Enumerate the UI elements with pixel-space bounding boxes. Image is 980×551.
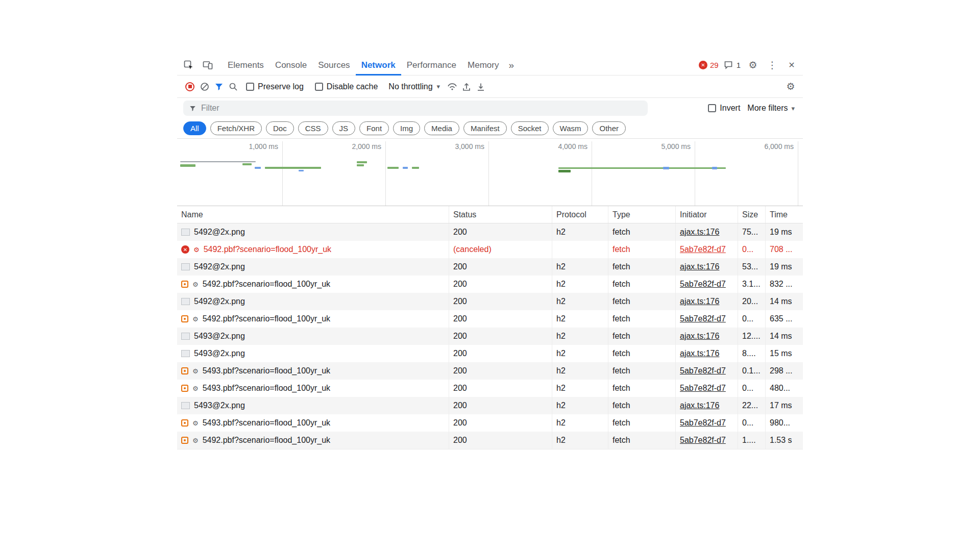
filter-chip-doc[interactable]: Doc [266, 121, 294, 135]
waterfall-bar [255, 167, 261, 169]
table-row[interactable]: 5492@2x.png200h2fetchajax.ts:17675...19 … [177, 223, 803, 241]
network-conditions-icon[interactable] [445, 80, 459, 94]
filter-chip-js[interactable]: JS [332, 121, 356, 135]
col-header-type[interactable]: Type [608, 206, 676, 223]
name-cell: 5493@2x.png [177, 345, 449, 362]
request-name: 5493.pbf?scenario=flood_100yr_uk [203, 366, 330, 375]
kebab-menu-icon[interactable]: ⋮ [765, 58, 779, 72]
throttling-select[interactable]: No throttling ▾ [388, 82, 440, 91]
table-row[interactable]: 5492@2x.png200h2fetchajax.ts:17653...19 … [177, 258, 803, 276]
filter-input[interactable] [201, 104, 642, 113]
filter-chip-wasm[interactable]: Wasm [553, 121, 589, 135]
initiator-link[interactable]: ajax.ts:176 [680, 349, 719, 358]
issues-badge[interactable]: 1 [724, 58, 741, 72]
more-filters-button[interactable]: More filters ▾ [747, 104, 795, 113]
tab-sources[interactable]: Sources [312, 55, 355, 76]
initiator-cell: ajax.ts:176 [676, 293, 738, 310]
filter-chip-all[interactable]: All [183, 121, 206, 135]
filter-chip-manifest[interactable]: Manifest [463, 121, 507, 135]
tab-performance[interactable]: Performance [401, 55, 462, 76]
invert-checkbox[interactable] [708, 104, 716, 112]
col-header-time[interactable]: Time [766, 206, 803, 223]
issues-count: 1 [737, 61, 741, 69]
initiator-link[interactable]: ajax.ts:176 [680, 262, 719, 271]
image-file-icon [181, 298, 190, 305]
table-row[interactable]: 5493@2x.png200h2fetchajax.ts:17612....14… [177, 328, 803, 345]
request-name: 5493.pbf?scenario=flood_100yr_uk [203, 418, 330, 428]
import-har-icon[interactable] [459, 80, 474, 94]
filter-chip-socket[interactable]: Socket [511, 121, 549, 135]
table-row[interactable]: ⚙5492.pbf?scenario=flood_100yr_uk200h2fe… [177, 432, 803, 449]
initiator-cell: 5ab7e82f-d7 [676, 414, 738, 432]
col-header-status[interactable]: Status [449, 206, 552, 223]
settings-gear-icon[interactable]: ⚙ [746, 58, 760, 72]
record-network-log-button[interactable] [185, 82, 194, 91]
search-icon[interactable] [226, 80, 240, 94]
waterfall-bar [387, 167, 399, 169]
initiator-link[interactable]: 5ab7e82f-d7 [680, 418, 726, 428]
protocol-cell: h2 [552, 414, 608, 432]
tab-memory[interactable]: Memory [462, 55, 504, 76]
initiator-cell: ajax.ts:176 [676, 258, 738, 276]
name-cell: 5492@2x.png [177, 258, 449, 276]
table-row[interactable]: 5492@2x.png200h2fetchajax.ts:17620...14 … [177, 293, 803, 310]
inspect-element-icon[interactable] [181, 58, 195, 72]
initiator-link[interactable]: 5ab7e82f-d7 [680, 314, 726, 323]
col-header-name[interactable]: Name [177, 206, 449, 223]
name-cell: 5493@2x.png [177, 328, 449, 345]
network-settings-gear-icon[interactable]: ⚙ [783, 80, 798, 94]
initiator-cell: ajax.ts:176 [676, 328, 738, 345]
disable-cache-label: Disable cache [327, 82, 378, 91]
request-name: 5492@2x.png [194, 228, 245, 237]
filter-funnel-icon[interactable] [212, 80, 226, 94]
filter-chip-img[interactable]: Img [393, 121, 420, 135]
filter-chip-media[interactable]: Media [424, 121, 459, 135]
initiator-link[interactable]: ajax.ts:176 [680, 401, 719, 410]
tab-network[interactable]: Network [356, 55, 401, 76]
type-cell: fetch [608, 258, 676, 276]
device-toolbar-icon[interactable] [201, 58, 215, 72]
col-header-size[interactable]: Size [738, 206, 766, 223]
table-row[interactable]: ✕⚙5492.pbf?scenario=flood_100yr_uk(cance… [177, 241, 803, 258]
waterfall-bar [265, 167, 321, 169]
table-row[interactable]: 5493@2x.png200h2fetchajax.ts:17622...17 … [177, 397, 803, 414]
table-row[interactable]: ⚙5493.pbf?scenario=flood_100yr_uk200h2fe… [177, 380, 803, 397]
initiator-link[interactable]: 5ab7e82f-d7 [680, 245, 726, 254]
initiator-link[interactable]: 5ab7e82f-d7 [680, 384, 726, 393]
table-row[interactable]: ⚙5492.pbf?scenario=flood_100yr_uk200h2fe… [177, 276, 803, 293]
filter-chip-css[interactable]: CSS [298, 121, 328, 135]
initiator-link[interactable]: 5ab7e82f-d7 [680, 436, 726, 445]
export-har-icon[interactable] [474, 80, 488, 94]
col-header-protocol[interactable]: Protocol [552, 206, 608, 223]
preserve-log-checkbox[interactable] [246, 83, 254, 91]
waterfall-bar [712, 167, 717, 169]
table-row[interactable]: ⚙5493.pbf?scenario=flood_100yr_uk200h2fe… [177, 362, 803, 380]
type-cell: fetch [608, 310, 676, 328]
col-header-initiator[interactable]: Initiator [676, 206, 738, 223]
table-row[interactable]: ⚙5492.pbf?scenario=flood_100yr_uk200h2fe… [177, 310, 803, 328]
waterfall-bar [242, 163, 252, 165]
initiator-link[interactable]: ajax.ts:176 [680, 228, 719, 237]
close-icon[interactable]: ✕ [785, 58, 799, 72]
tab-console[interactable]: Console [270, 55, 312, 76]
table-row[interactable]: ⚙5493.pbf?scenario=flood_100yr_uk200h2fe… [177, 414, 803, 432]
request-name: 5493.pbf?scenario=flood_100yr_uk [203, 384, 330, 393]
error-count: 29 [710, 61, 719, 69]
error-badge[interactable]: ✕ 29 [699, 61, 719, 69]
overview-timeline[interactable]: 1,000 ms2,000 ms3,000 ms4,000 ms5,000 ms… [177, 139, 803, 206]
initiator-link[interactable]: ajax.ts:176 [680, 332, 719, 341]
more-tabs-icon[interactable]: » [504, 60, 518, 71]
initiator-link[interactable]: 5ab7e82f-d7 [680, 366, 726, 375]
tab-elements[interactable]: Elements [222, 55, 270, 76]
filter-chip-other[interactable]: Other [592, 121, 626, 135]
size-cell: 0... [738, 414, 766, 432]
time-cell: 480... [766, 380, 803, 397]
filter-chip-font[interactable]: Font [359, 121, 389, 135]
protocol-cell: h2 [552, 276, 608, 293]
filter-chip-fetch-xhr[interactable]: Fetch/XHR [210, 121, 262, 135]
initiator-link[interactable]: 5ab7e82f-d7 [680, 280, 726, 289]
disable-cache-checkbox[interactable] [315, 83, 323, 91]
initiator-link[interactable]: ajax.ts:176 [680, 297, 719, 306]
table-row[interactable]: 5493@2x.png200h2fetchajax.ts:1768....15 … [177, 345, 803, 362]
clear-network-log-icon[interactable] [198, 80, 212, 94]
